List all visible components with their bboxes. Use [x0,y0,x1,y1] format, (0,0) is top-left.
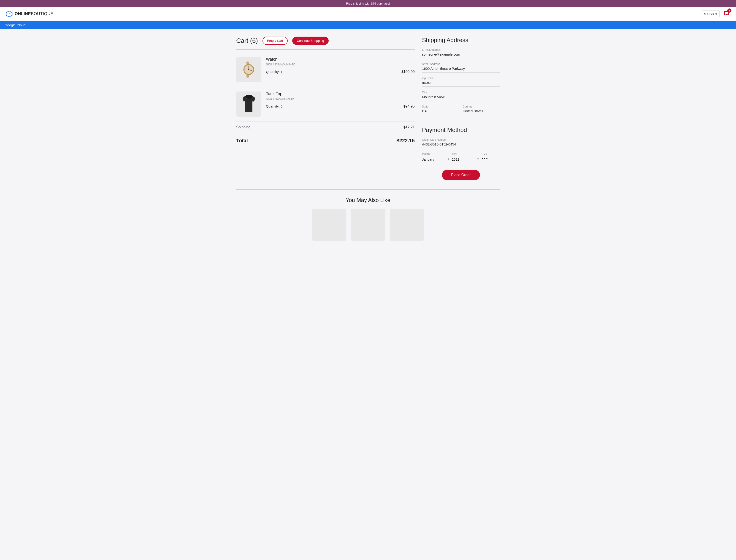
payment-title: Payment Method [422,127,500,134]
currency-label: USD [707,12,714,16]
place-order-button[interactable]: Place Order [442,170,480,180]
banner-text: Free shipping with $75 purchase! [346,2,390,5]
cc-label: Credit Card Number [422,138,500,141]
also-like-title: You May Also Like [236,197,500,203]
top-banner: Free shipping with $75 purchase! [0,0,736,7]
city-group: City Mountain View [422,91,500,101]
year-group: Year 2022 2023 2024 2025 [452,152,479,163]
cvv-label: CVV [482,152,500,156]
state-group: State CA [422,105,459,115]
country-value: United States [463,109,500,115]
gc-bar: Google Cloud [0,21,736,29]
cart-item: Tank Top SKU #66VCHSJNUP Quantity: 5 $94… [236,87,415,121]
currency-selector[interactable]: $ USD ▾ [702,11,720,17]
continue-shopping-button[interactable]: Continue Shopping [292,37,328,45]
header-right: $ USD ▾ 6 [702,9,731,18]
cart-item-details-tanktop: Tank Top SKU #66VCHSJNUP Quantity: 5 $94… [266,92,415,108]
state-country-row: State CA Country United States [422,105,500,119]
year-select[interactable]: 2022 2023 2024 2025 [452,156,479,163]
watch-icon [240,60,258,79]
total-label: Total [236,138,248,144]
total-value: $222.15 [397,138,415,144]
cart-item-qty-price: Quantity: 1 $109.99 [266,70,415,74]
cart-item-image-tanktop [236,92,261,117]
main-content: Cart (6) Empty Cart Continue Shopping Wa… [231,37,505,180]
svg-point-10 [248,69,249,70]
cart-item-sku: SKU #1YMWWNIN4O [266,63,415,66]
logo: ONLINEBOUTIQUE [5,10,53,18]
city-value: Mountain View [422,95,500,101]
street-value: 1600 Amphitheatre Parkway [422,67,500,73]
email-value: someone@example.com [422,52,500,58]
cart-item-sku: SKU #66VCHSJNUP [266,97,415,101]
svg-point-2 [725,14,726,15]
also-like-divider [236,189,500,190]
street-group: Street Address 1600 Amphitheatre Parkway [422,62,500,73]
cart-item-qty-price: Quantity: 5 $94.95 [266,104,415,108]
country-label: Country [463,105,500,108]
zip-group: Zip Code 94043 [422,77,500,87]
month-select-wrapper: January February March April May June Ju… [422,156,449,163]
shipping-label: Shipping [236,125,250,129]
payment-section: Payment Method Credit Card Number 4432-8… [422,127,500,180]
cvv-group: CVV ••• [482,152,500,163]
header: ONLINEBOUTIQUE $ USD ▾ 6 [0,7,736,21]
cart-badge: 6 [727,8,731,13]
currency-symbol: $ [704,12,706,16]
also-like-section: You May Also Like [231,189,505,250]
cart-item-name: Watch [266,57,415,62]
state-label: State [422,105,459,108]
month-group: Month January February March April May J… [422,152,449,163]
also-like-item[interactable] [390,209,424,241]
cart-header: Cart (6) Empty Cart Continue Shopping [236,37,415,45]
cc-group: Credit Card Number 4432-8015-6152-0454 [422,138,500,148]
right-section: Shipping Address E-mail Address someone@… [422,37,500,180]
gc-label: Google Cloud [5,23,26,27]
month-year-cvv-row: Month January February March April May J… [422,152,500,163]
email-group: E-mail Address someone@example.com [422,48,500,58]
cart-item-image-watch [236,57,261,82]
cart-divider [236,49,415,50]
logo-text: ONLINEBOUTIQUE [15,11,53,16]
cart-item-price: $94.95 [404,104,415,108]
street-label: Street Address [422,62,500,66]
cvv-value: ••• [482,156,500,163]
cart-button[interactable]: 6 [722,9,731,18]
currency-chevron-icon: ▾ [715,12,717,16]
tanktop-icon [240,94,257,114]
empty-cart-button[interactable]: Empty Cart [262,37,288,45]
state-value: CA [422,109,459,115]
also-like-item[interactable] [351,209,385,241]
logo-icon [5,10,13,18]
year-select-wrapper: 2022 2023 2024 2025 [452,156,479,163]
cart-item-quantity: Quantity: 5 [266,104,283,108]
cc-value: 4432-8015-6152-0454 [422,142,500,148]
email-label: E-mail Address [422,48,500,51]
also-like-item[interactable] [312,209,346,241]
cart-section: Cart (6) Empty Cart Continue Shopping Wa… [236,37,415,148]
month-label: Month [422,152,449,156]
zip-value: 94043 [422,81,500,87]
cart-item-details-watch: Watch SKU #1YMWWNIN4O Quantity: 1 $109.9… [266,57,415,74]
country-group: Country United States [463,105,500,115]
shipping-title: Shipping Address [422,37,500,44]
zip-label: Zip Code [422,77,500,80]
cart-title: Cart (6) [236,37,258,44]
shipping-row: Shipping $17.21 [236,121,415,133]
cart-item-price: $109.99 [402,70,415,74]
svg-point-3 [727,14,728,15]
city-label: City [422,91,500,94]
cart-item-quantity: Quantity: 1 [266,70,283,74]
cart-item: Watch SKU #1YMWWNIN4O Quantity: 1 $109.9… [236,52,415,87]
also-like-items [236,209,500,241]
shipping-value: $17.21 [404,125,415,129]
month-select[interactable]: January February March April May June Ju… [422,156,449,163]
year-label: Year [452,152,479,156]
cart-item-name: Tank Top [266,92,415,96]
total-row: Total $222.15 [236,133,415,148]
